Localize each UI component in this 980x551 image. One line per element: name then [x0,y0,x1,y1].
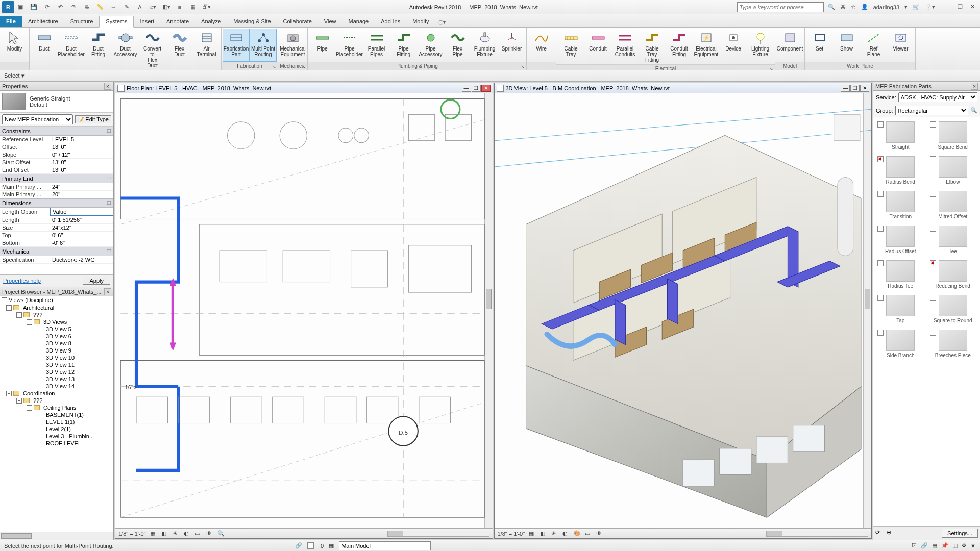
scale-label[interactable]: 1/8" = 1'-0" [118,531,146,537]
sunpath-icon[interactable]: ☀ [173,530,180,537]
3d-icon[interactable]: ⌂▾ [149,3,157,11]
apply-button[interactable]: Apply [83,277,110,285]
duct-button[interactable]: Duct [31,29,58,70]
property-row[interactable]: Reference LevelLEVEL 5 [0,136,113,143]
instance-filter-select[interactable]: New MEP Fabrication [2,114,73,124]
close-icon[interactable]: × [104,288,111,295]
tab-massing-site[interactable]: Massing & Site [227,16,277,27]
show-button[interactable]: Show [833,29,860,62]
duct-placeholder-button[interactable]: DuctPlaceholder [58,29,85,70]
tree-node[interactable]: 3D View 11 [0,361,113,368]
conduit-button[interactable]: Conduit [584,29,611,64]
tree-node[interactable]: 3D View 6 [0,333,113,340]
multi-point-routing-button[interactable]: Multi-PointRouting [250,29,277,62]
switch-windows-icon[interactable]: 🗗▾ [202,3,210,11]
tab-file[interactable]: File [0,16,22,27]
visual-style-icon[interactable]: ◧ [540,530,547,537]
reload-icon[interactable]: ⟳ [875,529,884,537]
dialog-launcher-icon[interactable]: ↘ [521,63,525,70]
property-row[interactable]: Top0' 6" [0,232,113,239]
visual-style-icon[interactable]: ◧ [161,530,168,537]
part-checkbox[interactable] [930,295,936,301]
property-row[interactable]: Main Primary ...20" [0,191,113,198]
parallel-conduits-button[interactable]: ParallelConduits [611,29,639,64]
edit-type-button[interactable]: 📝 Edit Type [75,115,111,123]
plumbing-fixture-button[interactable]: PlumbingFixture [471,29,498,62]
part-checkbox[interactable] [877,330,884,336]
dialog-launcher-icon[interactable]: ↘ [302,63,306,70]
property-row[interactable]: End Offset13' 0" [0,166,113,174]
properties-header[interactable]: Properties × [0,82,113,91]
detail-level-icon[interactable]: ▦ [150,530,157,537]
part-checkbox[interactable] [930,121,936,128]
tree-node[interactable]: –Ceiling Plans [0,404,113,411]
add-icon[interactable]: ⊕ [887,529,895,537]
property-row[interactable]: Length OptionValue [0,208,113,216]
tab-systems[interactable]: Systems [99,16,134,28]
signin-icon[interactable]: ☆ [851,4,856,10]
thin-lines-icon[interactable]: ≡ [176,3,184,11]
crop-icon[interactable]: ▭ [195,530,202,537]
tree-node[interactable]: 3D View 10 [0,354,113,361]
part-mitred-offset[interactable]: Mitred Offset [928,189,978,221]
type-selector[interactable]: Generic Straight Default [0,91,113,113]
property-row[interactable]: Length0' 1 51/256" [0,216,113,224]
expander-icon[interactable]: – [27,319,32,325]
group-search-icon[interactable]: 🔍 [970,107,977,114]
cable-tray-button[interactable]: CableTray [557,29,584,64]
part-checkbox[interactable] [930,330,936,336]
view-control-bar[interactable]: 1/8" = 1'-0" ▦ ◧ ☀ ◐ ▭ 👁 🔍 [115,528,493,538]
tree-node[interactable]: 3D View 5 [0,325,113,333]
filter-icon[interactable]: ▼ [970,543,976,549]
crop-icon[interactable]: ▭ [585,530,592,537]
viewport-header[interactable]: 3D View: Level 5 - BIM Coordination - ME… [495,83,872,93]
redo-icon[interactable]: ↷ [69,3,78,11]
open-icon[interactable]: ▣ [16,3,24,11]
viewport-canvas-2d[interactable]: D.5 16"ø [115,93,493,528]
cable-tray-fitting-button[interactable]: CableTrayFitting [639,29,666,64]
sunpath-icon[interactable]: ☀ [551,530,558,537]
select-pinned-icon[interactable]: 📌 [941,542,948,549]
service-select[interactable]: ADSK - HVAC: Supply Air [898,92,977,102]
tab-manage[interactable]: Manage [342,16,375,27]
text-icon[interactable]: A [136,3,144,11]
editable-only-icon[interactable]: ☑ [912,542,917,549]
expander-icon[interactable]: – [6,391,12,396]
electrical-equipment-button[interactable]: ⚡ElectricalEquipment [693,29,720,64]
undo-icon[interactable]: ↶ [56,3,64,11]
viewer-button[interactable]: Viewer [887,29,914,62]
sprinkler-button[interactable]: Sprinkler [498,29,525,62]
duct-fitting-button[interactable]: DuctFitting [85,29,112,70]
user-name[interactable]: adarling33 [873,4,899,10]
part-checkbox[interactable] [930,191,936,197]
cart-icon[interactable]: 🛒 [913,4,920,10]
vp-maximize-button[interactable]: ❐ [850,85,860,92]
prop-group-header[interactable]: Primary End⬚ [0,174,113,183]
shadows-icon[interactable]: ◐ [562,530,570,537]
prop-group-header[interactable]: Dimensions⬚ [0,198,113,208]
part-checkbox[interactable] [930,226,936,232]
search-go-icon[interactable]: 🔍 [828,4,835,10]
tab-view[interactable]: View [318,16,342,27]
tab-modify[interactable]: Modify [406,16,435,27]
convert-to-flex-duct-button[interactable]: ConverttoFlexDuct [139,29,166,70]
device-button[interactable]: Device [720,29,747,64]
fabrication-part-button[interactable]: FabricationPart [223,29,250,62]
save-icon[interactable]: 💾 [30,3,38,11]
dialog-launcher-icon[interactable]: ↘ [272,63,276,70]
render-icon[interactable]: 🎨 [574,530,581,537]
ribbon-collapse-icon[interactable]: ▢▾ [435,17,449,27]
property-row[interactable]: Slope0" / 12" [0,151,113,159]
flex-pipe-button[interactable]: FlexPipe [444,29,471,62]
vp-minimize-button[interactable]: — [841,85,850,92]
part-checkbox[interactable] [877,260,884,266]
vp-maximize-button[interactable]: ❐ [472,85,481,92]
tree-node[interactable]: ROOF LEVEL [0,440,113,447]
tab-collaborate[interactable]: Collaborate [277,16,318,27]
flex-duct-button[interactable]: FlexDuct [166,29,193,70]
property-row[interactable]: Bottom-0' 6" [0,239,113,247]
print-icon[interactable]: 🖶 [83,3,91,11]
property-row[interactable]: SpecificationDuctwork: -2 WG [0,256,113,264]
keyshot-icon[interactable]: ⌘ [840,4,846,10]
exchange-icon[interactable]: ▾ [904,4,908,10]
